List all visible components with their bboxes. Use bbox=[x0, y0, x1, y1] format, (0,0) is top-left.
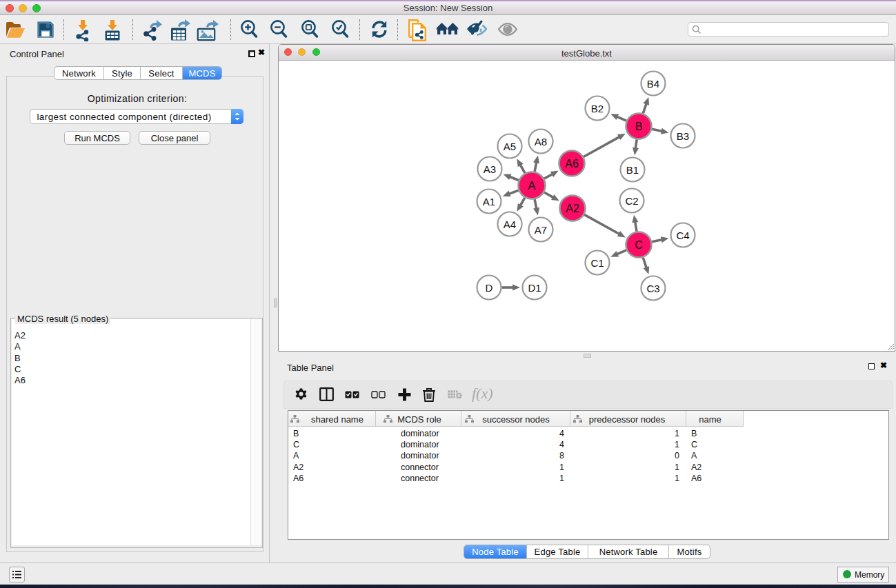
svg-text:D1: D1 bbox=[528, 282, 541, 294]
svg-text:B3: B3 bbox=[677, 130, 689, 142]
svg-text:D: D bbox=[486, 282, 493, 294]
svg-text:A5: A5 bbox=[504, 141, 516, 152]
svg-text:A2: A2 bbox=[566, 203, 579, 214]
svg-text:B2: B2 bbox=[591, 103, 604, 114]
svg-text:A: A bbox=[528, 179, 536, 192]
svg-text:C: C bbox=[635, 239, 643, 251]
svg-text:A4: A4 bbox=[504, 219, 516, 230]
svg-text:B: B bbox=[635, 121, 643, 132]
svg-text:C1: C1 bbox=[590, 257, 604, 269]
svg-text:B4: B4 bbox=[647, 78, 659, 90]
svg-text:C4: C4 bbox=[676, 230, 689, 241]
svg-text:A3: A3 bbox=[484, 163, 496, 175]
svg-text:B1: B1 bbox=[626, 164, 639, 176]
svg-text:A1: A1 bbox=[483, 196, 495, 207]
svg-text:A8: A8 bbox=[535, 136, 547, 148]
svg-text:C3: C3 bbox=[646, 283, 659, 294]
svg-text:C2: C2 bbox=[625, 195, 638, 207]
svg-text:A7: A7 bbox=[535, 224, 547, 236]
svg-text:A6: A6 bbox=[565, 158, 579, 170]
